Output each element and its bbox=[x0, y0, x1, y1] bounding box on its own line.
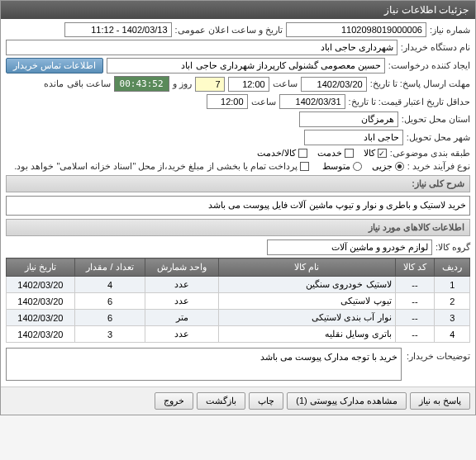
proc-partial-label: جزیی bbox=[372, 161, 393, 172]
proc-medium-radio[interactable] bbox=[353, 162, 362, 171]
validity-label: حداقل تاریخ اعتبار قیمت: تا تاریخ: bbox=[349, 97, 470, 107]
need-no-label: شماره نیاز: bbox=[430, 25, 470, 36]
cell-date: 1402/03/20 bbox=[7, 310, 75, 326]
cell-name: لاستیک خودروی سنگین bbox=[219, 277, 395, 293]
col-unit: واحد شمارش bbox=[145, 258, 219, 277]
cell-code: -- bbox=[395, 293, 435, 310]
remain-label: ساعت باقی مانده bbox=[44, 78, 110, 89]
ann-datetime-label: تاریخ و ساعت اعلان عمومی: bbox=[175, 25, 283, 36]
col-date: تاریخ نیاز bbox=[7, 258, 75, 277]
cell-row: 3 bbox=[435, 310, 470, 326]
proc-partial-radio[interactable] bbox=[395, 162, 404, 171]
cell-code: -- bbox=[395, 326, 435, 343]
cell-row: 2 bbox=[435, 293, 470, 310]
category-radio-group: کالا خدمت کالا/خدمت bbox=[257, 148, 387, 159]
cell-unit: متر bbox=[145, 310, 219, 326]
cell-date: 1402/03/20 bbox=[7, 326, 75, 343]
proc-note-check[interactable] bbox=[300, 162, 309, 171]
cat-goods-service-label: کالا/خدمت bbox=[257, 148, 296, 159]
process-label: نوع فرآیند خرید : bbox=[407, 161, 470, 172]
table-header-row: ردیف کد کالا نام کالا واحد شمارش تعداد /… bbox=[7, 258, 470, 277]
deadline-label: مهلت ارسال پاسخ: تا تاریخ: bbox=[370, 78, 470, 89]
requester-field: حسین معصومی گشنولی کارپرداز شهرداری حاجی… bbox=[107, 58, 385, 74]
cat-goods-check[interactable] bbox=[378, 149, 387, 158]
table-row[interactable]: 4--باتری وسایل نقلیهعدد31402/03/20 bbox=[7, 326, 470, 343]
table-row[interactable]: 1--لاستیک خودروی سنگینعدد41402/03/20 bbox=[7, 277, 470, 293]
cell-name: نوار آب بندی لاستیکی bbox=[219, 310, 395, 326]
days-field: 7 bbox=[195, 77, 225, 92]
cell-row: 1 bbox=[435, 277, 470, 293]
cell-qty: 4 bbox=[74, 277, 145, 293]
proc-medium-label: متوسط bbox=[322, 161, 350, 172]
city-field: حاجی اباد bbox=[304, 130, 403, 145]
cell-qty: 6 bbox=[74, 310, 145, 326]
countdown-timer: 00:43:52 bbox=[114, 76, 169, 92]
cell-unit: عدد bbox=[145, 293, 219, 310]
table-row[interactable]: 3--نوار آب بندی لاستیکیمتر61402/03/20 bbox=[7, 310, 470, 326]
validity-date-field: 1402/03/31 bbox=[279, 94, 345, 109]
day-label: روز و bbox=[173, 78, 192, 89]
cell-qty: 6 bbox=[74, 293, 145, 310]
requester-label: ایجاد کننده درخواست: bbox=[388, 60, 470, 71]
cell-row: 4 bbox=[435, 326, 470, 343]
cat-service-label: خدمت bbox=[317, 148, 342, 159]
time-label-1: ساعت bbox=[273, 78, 298, 89]
time-label-2: ساعت bbox=[251, 97, 276, 107]
cell-name: باتری وسایل نقلیه bbox=[219, 326, 395, 343]
process-radio-group: جزیی متوسط bbox=[322, 161, 404, 172]
goods-table: ردیف کد کالا نام کالا واحد شمارش تعداد /… bbox=[6, 258, 470, 343]
buyer-label: نام دستگاه خریدار: bbox=[401, 42, 470, 53]
col-code: کد کالا bbox=[395, 258, 435, 277]
contact-buyer-button[interactable]: اطلاعات تماس خریدار bbox=[6, 58, 103, 74]
deadline-time-field: 12:00 bbox=[228, 77, 269, 92]
cell-unit: عدد bbox=[145, 326, 219, 343]
need-no-field: 1102098019000006 bbox=[286, 22, 426, 37]
col-row: ردیف bbox=[435, 258, 470, 277]
cat-goods-label: کالا bbox=[364, 148, 375, 159]
attachments-button[interactable]: مشاهده مدارک پیوستی (1) bbox=[287, 392, 407, 410]
cat-goods-service-check[interactable] bbox=[298, 149, 307, 158]
content-area: شماره نیاز: 1102098019000006 تاریخ و ساع… bbox=[1, 19, 475, 386]
group-field: لوازم خودرو و ماشین آلات bbox=[267, 239, 432, 255]
cell-date: 1402/03/20 bbox=[7, 293, 75, 310]
cell-code: -- bbox=[395, 310, 435, 326]
group-label: گروه کالا: bbox=[436, 242, 470, 253]
cell-code: -- bbox=[395, 277, 435, 293]
buyer-notes-text: خرید با توجه مدارک پیوست می باشد bbox=[6, 348, 402, 381]
cat-service-check[interactable] bbox=[345, 149, 354, 158]
print-button[interactable]: چاپ bbox=[249, 392, 283, 410]
goods-section-header: اطلاعات کالاهای مورد نیاز bbox=[6, 219, 470, 236]
buyer-field: شهرداری حاجی اباد bbox=[6, 40, 397, 55]
province-label: استان محل تحویل: bbox=[402, 114, 470, 125]
buyer-notes-label: توضیحات خریدار: bbox=[407, 348, 470, 362]
validity-time-field: 12:00 bbox=[207, 94, 248, 109]
window-title: جزئیات اطلاعات نیاز bbox=[1, 1, 475, 19]
summary-section-header: شرح کلی نیاز: bbox=[6, 175, 470, 192]
province-field: هرمزگان bbox=[299, 111, 398, 127]
cell-unit: عدد bbox=[145, 277, 219, 293]
deadline-date-field: 1402/03/20 bbox=[301, 77, 367, 92]
exit-button[interactable]: خروج bbox=[155, 392, 193, 410]
category-label: طبقه بندی موضوعی: bbox=[390, 148, 470, 159]
cell-qty: 3 bbox=[74, 326, 145, 343]
table-row[interactable]: 2--تیوپ لاستیکیعدد61402/03/20 bbox=[7, 293, 470, 310]
col-name: نام کالا bbox=[219, 258, 395, 277]
summary-text: خرید لاستیک و باطری و نوار و تیوپ ماشین … bbox=[6, 196, 470, 216]
col-qty: تعداد / مقدار bbox=[74, 258, 145, 277]
reply-button[interactable]: پاسخ به نیاز bbox=[410, 392, 470, 410]
window: جزئیات اطلاعات نیاز شماره نیاز: 11020980… bbox=[0, 0, 476, 415]
cell-name: تیوپ لاستیکی bbox=[219, 293, 395, 310]
city-label: شهر محل تحویل: bbox=[407, 132, 470, 143]
proc-note-label: پرداخت تمام یا بخشی از مبلغ خرید،از محل … bbox=[14, 161, 298, 172]
cell-date: 1402/03/20 bbox=[7, 277, 75, 293]
back-button[interactable]: بازگشت bbox=[197, 392, 245, 410]
ann-datetime-field: 1402/03/13 - 11:12 bbox=[64, 22, 172, 37]
footer-buttons: پاسخ به نیاز مشاهده مدارک پیوستی (1) چاپ… bbox=[1, 386, 475, 415]
